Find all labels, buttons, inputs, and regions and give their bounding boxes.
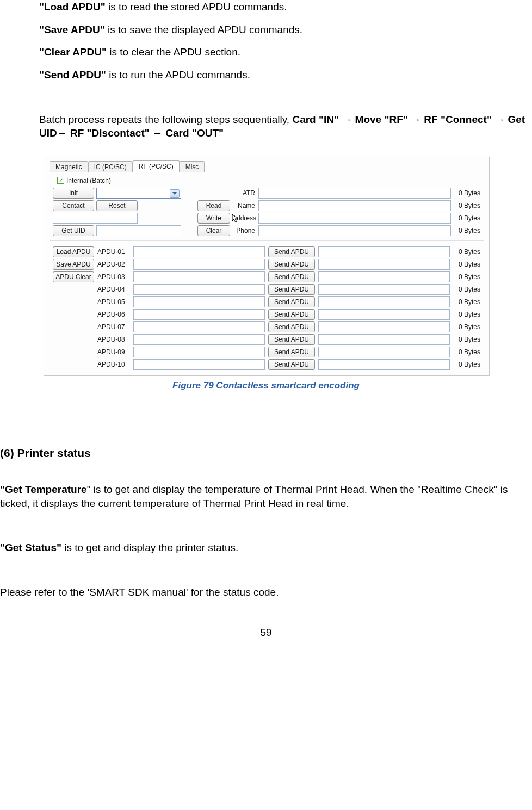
- apdu-result[interactable]: [318, 321, 450, 332]
- apdu-input[interactable]: [133, 259, 265, 270]
- send-apdu-button[interactable]: Send APDU: [268, 359, 315, 370]
- address-field[interactable]: [258, 213, 451, 224]
- apdu-result[interactable]: [318, 246, 450, 257]
- para-clear-apdu: "Clear APDU" is to clear the APDU sectio…: [39, 45, 532, 59]
- apdu-bytes: 0 Bytes: [453, 323, 480, 331]
- apdu-input[interactable]: [133, 359, 265, 370]
- apdu-input[interactable]: [133, 309, 265, 320]
- send-apdu-button[interactable]: Send APDU: [268, 309, 315, 320]
- send-apdu-button[interactable]: Send APDU: [268, 347, 315, 357]
- apdu-row-label: APDU-03: [97, 273, 130, 281]
- apdu-bytes: 0 Bytes: [453, 261, 480, 268]
- phone-bytes: 0 Bytes: [453, 227, 480, 234]
- bold-save: "Save APDU": [39, 24, 105, 35]
- cursor-icon: [231, 213, 240, 224]
- checkbox-row: ✓ Internal (Batch): [57, 177, 484, 184]
- apdu-input[interactable]: [133, 246, 265, 257]
- apdu-bytes: 0 Bytes: [453, 311, 480, 318]
- send-apdu-button[interactable]: Send APDU: [268, 246, 315, 257]
- apdu-result[interactable]: [318, 309, 450, 320]
- tab-misc[interactable]: Misc: [180, 161, 205, 172]
- read-button[interactable]: Read: [197, 200, 230, 211]
- send-apdu-button[interactable]: Send APDU: [268, 296, 315, 307]
- internal-batch-checkbox[interactable]: ✓: [57, 177, 64, 184]
- phone-label: Phone: [232, 227, 256, 234]
- para-batch: Batch process repeats the following step…: [39, 113, 532, 140]
- ui-panel: Magnetic IC (PC/SC) RF (PC/SC) Misc ✓ In…: [44, 157, 490, 376]
- apdu-row-label: APDU-07: [97, 323, 130, 331]
- page-number: 59: [0, 627, 532, 639]
- tab-magnetic[interactable]: Magnetic: [50, 161, 88, 172]
- bold-get-status: "Get Status": [0, 542, 61, 553]
- apdu-row-label: APDU-08: [97, 336, 130, 343]
- apdu-input[interactable]: [133, 321, 265, 332]
- apdu-row-label: APDU-05: [97, 298, 130, 306]
- bold-load: "Load APDU": [39, 1, 106, 13]
- apdu-result[interactable]: [318, 259, 450, 270]
- send-apdu-button[interactable]: Send APDU: [268, 271, 315, 282]
- text-get-status: is to get and display the printer status…: [61, 542, 238, 553]
- internal-batch-label: Internal (Batch): [66, 177, 111, 184]
- apdu-result[interactable]: [318, 334, 450, 345]
- clear-button[interactable]: Clear: [197, 225, 230, 236]
- apdu-clear-button[interactable]: APDU Clear: [53, 271, 94, 282]
- tab-ic[interactable]: IC (PC/SC): [88, 161, 133, 172]
- name-label: Name: [232, 202, 256, 209]
- apdu-result[interactable]: [318, 271, 450, 282]
- apdu-result[interactable]: [318, 347, 450, 357]
- apdu-input[interactable]: [133, 271, 265, 282]
- text-save: is to save the displayed APDU commands.: [105, 24, 302, 35]
- bold-send: "Send APDU": [39, 69, 106, 81]
- apdu-row-label: APDU-10: [97, 361, 130, 368]
- para-get-status: "Get Status" is to get and display the p…: [0, 541, 532, 555]
- apdu-bytes: 0 Bytes: [453, 248, 480, 256]
- text-send: is to run the APDU commands.: [106, 69, 250, 81]
- address-bytes: 0 Bytes: [453, 214, 480, 222]
- atr-bytes: 0 Bytes: [453, 189, 480, 197]
- tab-rf[interactable]: RF (PC/SC): [133, 160, 180, 172]
- apdu-input[interactable]: [133, 334, 265, 345]
- tab-row: Magnetic IC (PC/SC) RF (PC/SC) Misc: [50, 160, 484, 172]
- apdu-bytes: 0 Bytes: [453, 298, 480, 306]
- init-button[interactable]: Init: [53, 188, 94, 199]
- apdu-bytes: 0 Bytes: [453, 286, 480, 293]
- address-label: Address: [232, 214, 256, 222]
- para-get-temperature: "Get Temperature" is to get and display …: [0, 483, 532, 510]
- apdu-bytes: 0 Bytes: [453, 348, 480, 356]
- load-apdu-button[interactable]: Load APDU: [53, 246, 94, 257]
- apdu-result[interactable]: [318, 296, 450, 307]
- apdu-row-label: APDU-06: [97, 311, 130, 318]
- bold-clear: "Clear APDU": [39, 46, 107, 58]
- text-load: is to read the stored APDU commands.: [106, 1, 287, 13]
- apdu-bytes: 0 Bytes: [453, 336, 480, 343]
- send-apdu-button[interactable]: Send APDU: [268, 259, 315, 270]
- reset-button[interactable]: Reset: [96, 200, 138, 211]
- blank-field[interactable]: [53, 213, 138, 224]
- apdu-row-label: APDU-09: [97, 348, 130, 356]
- heading-printer-status: (6) Printer status: [0, 446, 532, 461]
- name-field[interactable]: [258, 200, 451, 211]
- apdu-input[interactable]: [133, 347, 265, 357]
- save-apdu-button[interactable]: Save APDU: [53, 259, 94, 270]
- text-batch-a: Batch process repeats the following step…: [39, 114, 292, 125]
- figure-caption: Figure 79 Contactless smartcard encoding: [0, 380, 532, 391]
- apdu-input[interactable]: [133, 296, 265, 307]
- para-load-apdu: "Load APDU" is to read the stored APDU c…: [39, 0, 532, 14]
- apdu-input[interactable]: [133, 284, 265, 295]
- send-apdu-button[interactable]: Send APDU: [268, 321, 315, 332]
- getuid-button[interactable]: Get UID: [53, 225, 94, 236]
- init-combo[interactable]: [96, 188, 181, 199]
- svg-marker-0: [232, 214, 238, 222]
- write-button[interactable]: Write: [197, 213, 230, 224]
- text-clear: is to clear the APDU section.: [107, 46, 240, 58]
- apdu-row-label: APDU-02: [97, 261, 130, 268]
- apdu-result[interactable]: [318, 359, 450, 370]
- getuid-field[interactable]: [96, 225, 181, 236]
- para-save-apdu: "Save APDU" is to save the displayed APD…: [39, 23, 532, 37]
- atr-field[interactable]: [258, 188, 451, 199]
- apdu-result[interactable]: [318, 284, 450, 295]
- phone-field[interactable]: [258, 225, 451, 236]
- send-apdu-button[interactable]: Send APDU: [268, 334, 315, 345]
- contact-button[interactable]: Contact: [53, 200, 94, 211]
- send-apdu-button[interactable]: Send APDU: [268, 284, 315, 295]
